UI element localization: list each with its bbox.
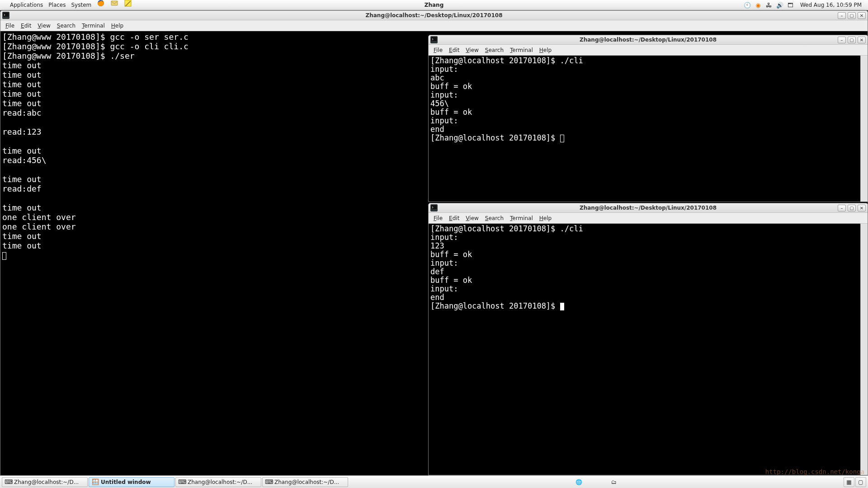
menu-terminal[interactable]: Terminal	[507, 45, 536, 56]
launcher-firefox-icon[interactable]	[94, 0, 108, 11]
menu-view[interactable]: View	[462, 45, 481, 56]
window-titlebar[interactable]: Zhang@localhost:~/Desktop/Linux/20170108…	[429, 35, 868, 45]
menu-file[interactable]: File	[430, 213, 446, 224]
maximize-button[interactable]: ▢	[848, 12, 856, 19]
menubar: File Edit View Search Terminal Help	[0, 20, 868, 31]
tray-volume-icon[interactable]: 🔊	[776, 1, 784, 9]
svg-rect-7	[3, 13, 9, 17]
menu-search[interactable]: Search	[482, 213, 507, 224]
task-label: Zhang@localhost:~/D...	[188, 479, 252, 485]
menu-edit[interactable]: Edit	[18, 20, 34, 31]
close-button[interactable]: ✕	[858, 205, 866, 211]
trash-icon[interactable]: 🗂	[611, 479, 617, 485]
tray-update-icon[interactable]: ◉	[754, 1, 762, 9]
menu-search[interactable]: Search	[54, 20, 79, 31]
menu-file[interactable]: File	[430, 45, 446, 56]
scrollbar[interactable]	[860, 56, 868, 202]
menu-help[interactable]: Help	[536, 213, 555, 224]
minimize-button[interactable]: –	[838, 205, 846, 211]
terminal-output[interactable]: [Zhang@localhost 20170108]$ ./cli input:…	[429, 224, 868, 475]
terminal-output[interactable]: [Zhang@localhost 20170108]$ ./cli input:…	[429, 56, 868, 202]
terminal-icon	[430, 204, 438, 211]
menu-search[interactable]: Search	[482, 45, 507, 56]
window-titlebar[interactable]: Zhang@localhost:~/Desktop/Linux/20170108…	[429, 203, 868, 213]
task-label: Untitled window	[101, 479, 151, 485]
scrollbar[interactable]	[860, 224, 868, 475]
menu-system[interactable]: System	[68, 0, 94, 10]
menu-view[interactable]: View	[462, 213, 481, 224]
close-button[interactable]: ✕	[858, 37, 866, 43]
task-label: Zhang@localhost:~/D...	[14, 479, 79, 485]
close-button[interactable]: ✕	[858, 12, 866, 19]
menu-terminal[interactable]: Terminal	[507, 213, 536, 224]
minimize-button[interactable]: –	[838, 12, 846, 19]
menu-places[interactable]: Places	[46, 0, 68, 10]
launcher-mail-icon[interactable]	[108, 0, 121, 11]
watermark-text: http://blog.csdn.net/konga	[765, 468, 864, 475]
terminal-icon	[2, 12, 9, 19]
window-title: Zhang@localhost:~/Desktop/Linux/20170108	[429, 205, 868, 211]
menu-edit[interactable]: Edit	[446, 213, 462, 224]
menu-file[interactable]: File	[2, 20, 18, 31]
bottom-panel: ⌨Zhang@localhost:~/D...🪟Untitled window⌨…	[0, 475, 868, 488]
maximize-button[interactable]: ▢	[848, 37, 856, 43]
window-icon: 🪟	[92, 479, 99, 486]
tray-display-icon[interactable]: 🗔	[787, 1, 795, 9]
clock-text[interactable]: Wed Aug 16, 10:59 PM	[797, 0, 864, 10]
task-button[interactable]: ⌨Zhang@localhost:~/D...	[262, 477, 348, 487]
menu-applications[interactable]: Applications	[7, 0, 46, 10]
menu-view[interactable]: View	[34, 20, 53, 31]
redhat-icon[interactable]	[2, 0, 7, 10]
show-desktop-icon[interactable]: 🌐	[576, 479, 582, 485]
window-titlebar[interactable]: Zhang@localhost:~/Desktop/Linux/20170108…	[0, 11, 868, 20]
terminal-icon: ⌨	[5, 479, 12, 486]
tray-network-icon[interactable]: 🖧	[765, 1, 773, 9]
window-title: Zhang@localhost:~/Desktop/Linux/20170108	[0, 12, 868, 19]
clock-icon[interactable]: 🕙	[743, 1, 751, 9]
svg-rect-4	[111, 1, 118, 5]
menubar: File Edit View Search Terminal Help	[429, 45, 868, 56]
top-panel: Applications Places System Zhang 🕙 ◉ 🖧 🔊…	[0, 0, 868, 10]
menubar: File Edit View Search Terminal Help	[429, 213, 868, 224]
task-button[interactable]: ⌨Zhang@localhost:~/D...	[175, 477, 261, 487]
minimize-button[interactable]: –	[838, 37, 846, 43]
terminal-window-cli-2: Zhang@localhost:~/Desktop/Linux/20170108…	[428, 203, 868, 475]
menu-terminal[interactable]: Terminal	[79, 20, 108, 31]
task-label: Zhang@localhost:~/D...	[274, 479, 339, 485]
terminal-window-cli-1: Zhang@localhost:~/Desktop/Linux/20170108…	[428, 35, 868, 202]
task-button[interactable]: 🪟Untitled window	[89, 477, 175, 487]
menu-help[interactable]: Help	[108, 20, 127, 31]
terminal-icon	[430, 36, 438, 43]
workspace-1[interactable]: ▦	[844, 477, 854, 487]
window-title: Zhang@localhost:~/Desktop/Linux/20170108	[429, 37, 868, 43]
menu-edit[interactable]: Edit	[446, 45, 462, 56]
task-button[interactable]: ⌨Zhang@localhost:~/D...	[2, 477, 88, 487]
svg-rect-9	[431, 37, 437, 41]
terminal-icon: ⌨	[179, 479, 186, 486]
menu-help[interactable]: Help	[536, 45, 555, 56]
launcher-notes-icon[interactable]	[121, 0, 135, 11]
terminal-icon: ⌨	[265, 479, 273, 486]
workspace-2[interactable]: ▢	[855, 477, 866, 487]
maximize-button[interactable]: ▢	[848, 205, 856, 211]
svg-rect-11	[431, 205, 437, 209]
